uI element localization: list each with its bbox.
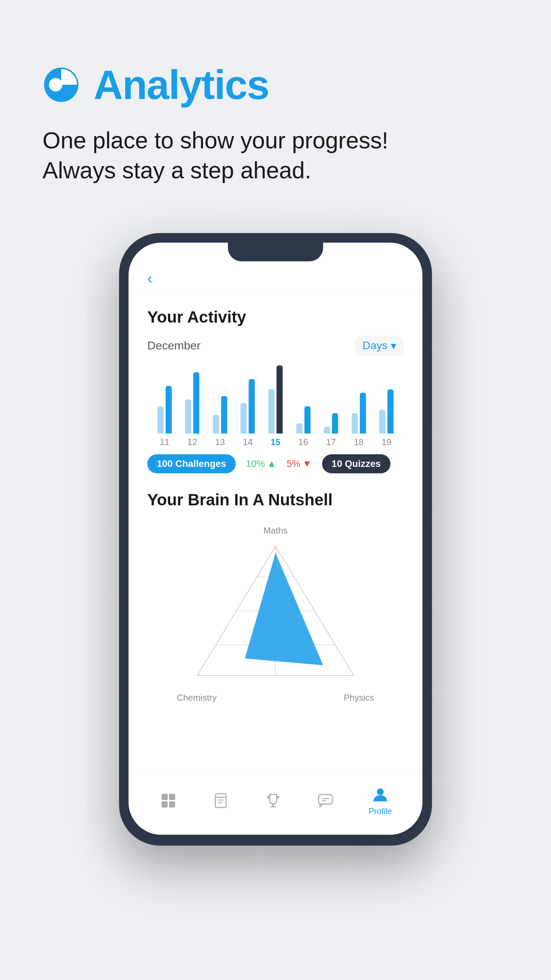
bar-light-16 xyxy=(296,423,302,434)
days-dropdown[interactable]: Days ▾ xyxy=(355,336,404,356)
svg-point-22 xyxy=(377,788,384,795)
activity-header: December Days ▾ xyxy=(147,336,404,356)
bar-group-18: 18 xyxy=(349,393,369,447)
nav-label-profile: Profile xyxy=(369,807,392,816)
svg-rect-12 xyxy=(169,801,175,808)
triangle-svg-wrapper xyxy=(177,539,374,689)
nav-item-home[interactable] xyxy=(159,791,178,810)
nav-item-profile[interactable]: Profile xyxy=(369,785,392,816)
bar-dark-11 xyxy=(166,386,172,434)
bar-light-17 xyxy=(324,427,330,434)
page-title: Analytics xyxy=(94,61,269,108)
activity-title: Your Activity xyxy=(147,308,404,326)
bar-group-17: 17 xyxy=(321,413,341,447)
quizzes-badge: 10 Quizzes xyxy=(322,454,391,473)
bar-label-16: 16 xyxy=(298,437,308,447)
trophy-icon xyxy=(264,791,282,810)
svg-rect-13 xyxy=(215,794,226,808)
period-label: Days xyxy=(362,339,387,352)
bar-group-11: 11 xyxy=(154,386,175,447)
month-label: December xyxy=(147,339,201,352)
bar-label-14: 14 xyxy=(243,437,253,447)
bar-light-12 xyxy=(185,399,191,434)
svg-rect-10 xyxy=(169,794,175,800)
back-button[interactable]: ‹ xyxy=(147,270,404,287)
phone-screen: ‹ Your Activity December Days ▾ xyxy=(129,243,422,835)
bar-label-11: 11 xyxy=(159,437,169,447)
bar-dark-17 xyxy=(332,413,338,434)
header-section: Analytics One place to show your progres… xyxy=(0,0,551,206)
bar-label-13: 13 xyxy=(215,437,225,447)
dropdown-chevron-icon: ▾ xyxy=(391,339,396,352)
bar-chart: 11 12 xyxy=(147,366,404,447)
bar-dark-14 xyxy=(249,379,255,434)
bar-label-15: 15 xyxy=(270,437,280,447)
stat-change-up: 10% ▲ xyxy=(246,458,276,469)
phone-notch xyxy=(228,243,323,261)
profile-icon xyxy=(371,785,389,804)
svg-rect-9 xyxy=(162,794,168,800)
brain-title: Your Brain In A Nutshell xyxy=(147,490,404,509)
chart-label-bottom-left: Chemistry xyxy=(177,692,217,703)
bar-group-19: 19 xyxy=(376,389,397,447)
bar-light-11 xyxy=(157,406,164,434)
triangle-bottom-labels: Chemistry Physics xyxy=(177,692,374,703)
header-subtitle: One place to show your progress! Always … xyxy=(43,125,508,185)
bar-dark-16 xyxy=(305,406,311,434)
bar-dark-18 xyxy=(360,393,366,434)
activity-section: Your Activity December Days ▾ xyxy=(147,308,404,473)
nav-item-book[interactable] xyxy=(211,791,230,810)
svg-marker-8 xyxy=(245,553,323,665)
stats-row: 100 Challenges 10% ▲ 5% ▼ 10 Quizzes xyxy=(147,454,404,473)
phone-wrapper: ‹ Your Activity December Days ▾ xyxy=(0,206,551,846)
bar-group-13: 13 xyxy=(210,396,230,447)
nav-item-trophy[interactable] xyxy=(264,791,282,810)
bar-label-17: 17 xyxy=(326,437,336,447)
nav-item-chat[interactable] xyxy=(316,791,335,810)
chart-label-bottom-right: Physics xyxy=(343,692,374,703)
bottom-nav: Profile xyxy=(129,775,422,835)
svg-rect-11 xyxy=(162,801,168,808)
brain-section: Your Brain In A Nutshell Maths xyxy=(147,490,404,710)
arrow-up-icon: ▲ xyxy=(267,458,276,469)
bar-group-15: 15 xyxy=(265,366,286,447)
bar-group-14: 14 xyxy=(237,379,258,447)
svg-rect-19 xyxy=(319,795,332,804)
arrow-down-icon: ▼ xyxy=(302,458,312,469)
bar-light-14 xyxy=(240,403,246,434)
bar-group-16: 16 xyxy=(293,406,314,447)
analytics-pie-icon xyxy=(43,66,80,103)
book-icon xyxy=(211,791,230,810)
bar-label-19: 19 xyxy=(382,437,392,447)
bar-dark-13 xyxy=(221,396,227,434)
svg-point-1 xyxy=(49,78,63,92)
bar-light-18 xyxy=(352,413,358,434)
bar-label-18: 18 xyxy=(354,437,364,447)
phone-mockup: ‹ Your Activity December Days ▾ xyxy=(119,233,432,846)
bar-group-12: 12 xyxy=(182,372,202,447)
bar-dark-12 xyxy=(193,372,199,434)
bar-light-13 xyxy=(213,415,219,434)
challenges-badge: 100 Challenges xyxy=(147,454,236,473)
chat-icon xyxy=(316,791,335,810)
stat-change-down: 5% ▼ xyxy=(287,458,312,469)
grid-icon xyxy=(159,791,178,810)
triangle-chart: Maths xyxy=(147,519,404,710)
bar-light-15 xyxy=(268,389,275,434)
bar-light-19 xyxy=(379,410,385,434)
chart-label-top: Maths xyxy=(264,525,288,536)
screen-content: Your Activity December Days ▾ xyxy=(129,294,422,775)
bar-dark-19 xyxy=(387,389,394,434)
title-row: Analytics xyxy=(43,61,508,108)
back-chevron-icon: ‹ xyxy=(147,270,152,287)
bar-dark-15 xyxy=(276,366,283,434)
bar-label-12: 12 xyxy=(187,437,197,447)
